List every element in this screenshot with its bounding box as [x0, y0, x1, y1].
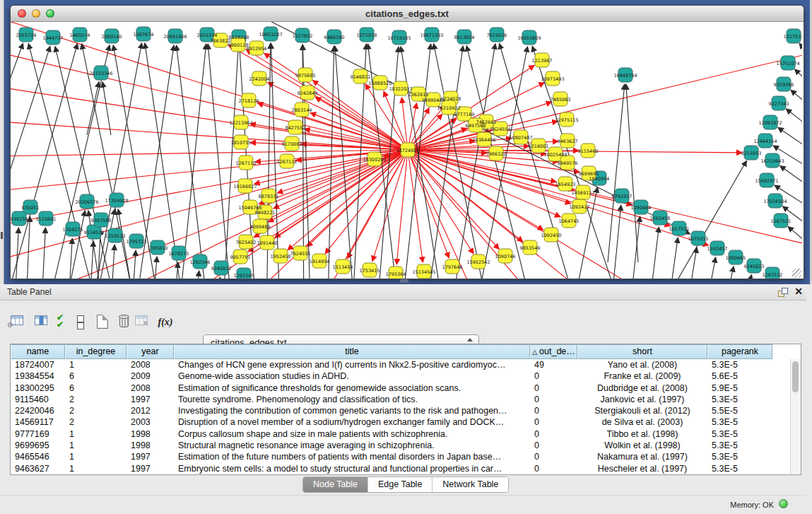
- graph-node-label: 1292345: [234, 273, 254, 279]
- float-panel-icon[interactable]: [778, 288, 788, 297]
- graph-edge[interactable]: [177, 45, 211, 279]
- table-cell: 18724007: [11, 359, 65, 370]
- graph-edge[interactable]: [102, 82, 111, 135]
- graph-edge[interactable]: [11, 50, 408, 150]
- table-row[interactable]: 977716911998Corpus callosum shape and si…: [11, 428, 791, 440]
- table-cell: 1: [65, 428, 126, 440]
- graph-node-label: 17016504: [763, 199, 787, 204]
- graph-edge[interactable]: [132, 250, 136, 279]
- table-cell: 5.3E-5: [707, 463, 772, 474]
- graph-node-label: 19166827: [233, 184, 257, 189]
- graph-node-label: 8215953: [741, 151, 762, 156]
- panel-splitter-handle[interactable]: [400, 279, 408, 283]
- graph-edge[interactable]: [688, 247, 697, 279]
- graph-edge[interactable]: [69, 238, 72, 279]
- function-builder-icon[interactable]: f(x): [155, 313, 175, 332]
- graph-edge[interactable]: [177, 44, 206, 279]
- table-cell: Estimation of significance thresholds fo…: [174, 382, 530, 394]
- graph-edge[interactable]: [408, 50, 802, 150]
- table-row[interactable]: 1872400712008Changes of HCN gene express…: [11, 359, 791, 370]
- scrollbar-thumb[interactable]: [792, 361, 799, 392]
- tab-node-table[interactable]: Node Table: [303, 477, 368, 492]
- graph-edge[interactable]: [725, 267, 734, 279]
- column-header-title[interactable]: title: [174, 344, 530, 359]
- graph-node-label: 1405574: [70, 33, 90, 38]
- desktop-background: citations_edges.txt 20557241944737140557…: [0, 0, 812, 284]
- graph-edge[interactable]: [11, 44, 78, 279]
- graph-edge[interactable]: [649, 227, 659, 279]
- graph-node-label: 15888520: [368, 81, 392, 86]
- unselect-columns-icon[interactable]: [71, 313, 90, 332]
- table-settings-icon[interactable]: ⚙: [8, 313, 28, 332]
- graph-edge[interactable]: [786, 109, 802, 138]
- graph-node-label: 835051: [22, 205, 40, 211]
- column-header-year[interactable]: year: [126, 344, 174, 359]
- graph-edge[interactable]: [11, 43, 23, 279]
- table-row[interactable]: 911546021997Tourette syndrome. Phenomeno…: [11, 394, 791, 405]
- table-row[interactable]: 1938455462009Genome-wide association stu…: [11, 370, 791, 382]
- network-canvas[interactable]: 2055724194473714055742089140108767420891…: [11, 22, 802, 279]
- graph-node-label: 18300295: [363, 157, 386, 163]
- tab-edge-table[interactable]: Edge Table: [368, 477, 433, 492]
- new-column-icon[interactable]: [93, 313, 113, 332]
- graph-edge[interactable]: [791, 90, 802, 117]
- tab-network-table[interactable]: Network Table: [433, 477, 508, 492]
- graph-edge[interactable]: [55, 47, 122, 279]
- graph-edge[interactable]: [11, 150, 408, 227]
- graph-node-label: 1810755: [231, 140, 252, 146]
- table-row[interactable]: 946554611997Estimation of the future num…: [11, 451, 791, 462]
- graph-edge[interactable]: [630, 216, 640, 279]
- network-view-window: citations_edges.txt 20557241944737140557…: [10, 5, 804, 279]
- window-titlebar[interactable]: citations_edges.txt: [11, 6, 804, 22]
- column-header-name[interactable]: name: [11, 344, 65, 359]
- graph-edge[interactable]: [626, 84, 638, 262]
- graph-edge[interactable]: [208, 44, 234, 279]
- graph-edge[interactable]: [608, 84, 625, 262]
- graph-edge[interactable]: [217, 277, 220, 279]
- graph-edge[interactable]: [471, 47, 527, 279]
- close-panel-icon[interactable]: ✕: [793, 286, 804, 297]
- window-resize-grip[interactable]: [792, 269, 801, 278]
- table-row[interactable]: 946362711997Embryonic stem cells: a mode…: [11, 463, 791, 474]
- graph-node-label: 3624554: [490, 127, 511, 132]
- graph-edge[interactable]: [707, 257, 716, 279]
- graph-edge[interactable]: [799, 43, 802, 74]
- table-body: 1872400712008Changes of HCN gene express…: [11, 359, 791, 474]
- graph-edge[interactable]: [42, 228, 45, 279]
- graph-edge[interactable]: [780, 166, 802, 197]
- column-header-in_degree[interactable]: in_degree: [65, 344, 126, 359]
- table-cell: Genome-wide association studies in ADHD.: [174, 370, 530, 382]
- column-header-short[interactable]: short: [577, 344, 707, 359]
- table-toolbar: ⚙ ✔✔ ✕ f(x) citations_edge: [0, 301, 806, 341]
- show-columns-icon[interactable]: [33, 313, 52, 332]
- graph-edge[interactable]: [87, 82, 99, 135]
- delete-column-icon[interactable]: [114, 313, 134, 332]
- table-cell: 19384554: [11, 370, 65, 382]
- panel-collapse-handle[interactable]: [1, 232, 3, 239]
- column-header-out_de[interactable]: △out_de…: [530, 344, 577, 359]
- graph-node-label: 18724007: [396, 148, 419, 153]
- table-cell: Wolkin et al. (1998): [577, 440, 707, 451]
- graph-edge[interactable]: [11, 150, 408, 192]
- graph-edge[interactable]: [669, 238, 678, 279]
- column-header-pagerank[interactable]: pagerank: [707, 344, 772, 359]
- graph-edge[interactable]: [196, 271, 199, 279]
- table-vertical-scrollbar[interactable]: [790, 359, 801, 474]
- graph-edge[interactable]: [743, 275, 752, 279]
- graph-node-label: 1362615: [408, 92, 429, 98]
- graph-node-label: 16210643: [760, 158, 784, 164]
- graph-edge[interactable]: [794, 69, 802, 96]
- table-cell: 2003: [126, 416, 174, 428]
- table-row[interactable]: 2242004622012Investigating the contribut…: [11, 405, 791, 416]
- table-cell: Jankovic et al. (1997): [577, 394, 707, 405]
- graph-node-label: 9146821: [351, 74, 371, 80]
- table-row[interactable]: 1830029562008Estimation of significance …: [11, 382, 791, 394]
- graph-node-label: 10653287: [259, 32, 282, 37]
- graph-edge[interactable]: [111, 245, 114, 279]
- graph-edge[interactable]: [15, 228, 18, 279]
- table-row[interactable]: 1456911722003Disruption of a novel membe…: [11, 416, 791, 428]
- graph-node-label: 1075315: [688, 236, 709, 242]
- memory-status-indicator[interactable]: [779, 499, 788, 508]
- table-row[interactable]: 969969511998Structural magnetic resonanc…: [11, 440, 791, 451]
- graph-edge[interactable]: [778, 127, 802, 158]
